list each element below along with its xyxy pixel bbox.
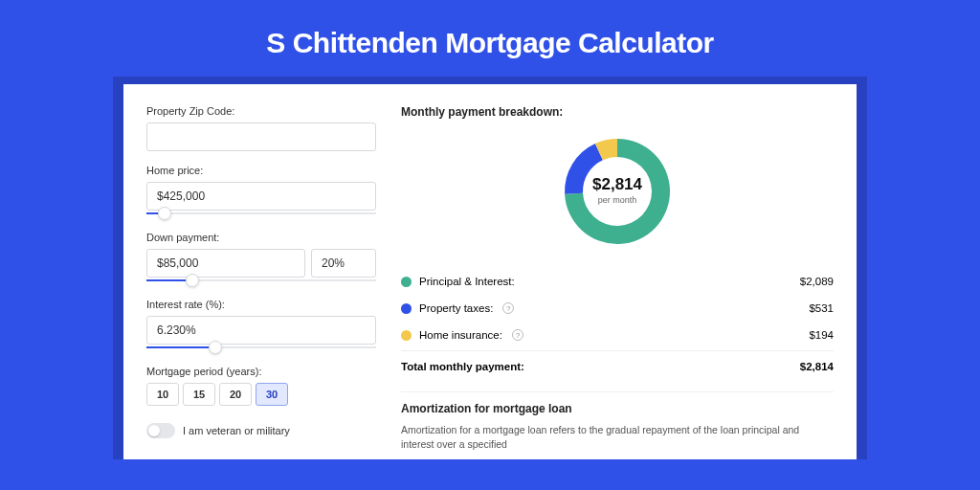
breakdown-label: Principal & Interest: [419, 276, 515, 287]
info-icon[interactable]: ? [512, 329, 523, 341]
down-payment-percent-input[interactable] [311, 249, 376, 278]
breakdown-label: Property taxes: [419, 302, 493, 314]
interest-group: Interest rate (%): [146, 299, 376, 352]
slider-thumb[interactable] [209, 341, 222, 354]
breakdown-row-principal: Principal & Interest: $2,089 [401, 268, 834, 295]
home-price-label: Home price: [146, 165, 376, 176]
slider-thumb[interactable] [186, 274, 199, 287]
breakdown-column: Monthly payment breakdown: $2,814 per mo… [401, 105, 834, 459]
down-payment-amount-input[interactable] [146, 249, 305, 278]
down-payment-group: Down payment: [146, 232, 376, 285]
period-buttons: 10 15 20 30 [146, 383, 376, 406]
breakdown-value: $194 [809, 329, 834, 341]
period-option-20[interactable]: 20 [219, 383, 252, 406]
breakdown-total-value: $2,814 [800, 361, 834, 372]
toggle-knob [148, 425, 160, 436]
legend-dot [401, 330, 412, 341]
breakdown-value: $2,089 [800, 276, 834, 287]
zip-label: Property Zip Code: [146, 105, 376, 117]
home-price-group: Home price: [146, 165, 376, 218]
period-option-30[interactable]: 30 [256, 383, 288, 406]
donut-chart: $2,814 per month [401, 132, 834, 251]
breakdown-row-taxes: Property taxes: ? $531 [401, 295, 834, 322]
donut-svg: $2,814 per month [558, 132, 677, 251]
veteran-label: I am veteran or military [183, 425, 290, 436]
period-option-15[interactable]: 15 [183, 383, 215, 406]
home-price-slider[interactable] [146, 209, 376, 218]
amortization-text: Amortization for a mortgage loan refers … [401, 423, 834, 451]
breakdown-label: Home insurance: [419, 329, 502, 341]
calculator-card: Property Zip Code: Home price: Down paym… [123, 84, 857, 459]
interest-label: Interest rate (%): [146, 299, 376, 310]
interest-slider[interactable] [146, 343, 376, 352]
legend-dot [401, 277, 412, 287]
form-column: Property Zip Code: Home price: Down paym… [146, 105, 376, 459]
zip-input[interactable] [146, 122, 376, 151]
card-shadow: Property Zip Code: Home price: Down paym… [113, 77, 867, 459]
veteran-toggle[interactable] [146, 423, 175, 438]
amortization-title: Amortization for mortgage loan [401, 402, 834, 415]
info-icon[interactable]: ? [502, 302, 514, 314]
period-option-10[interactable]: 10 [146, 383, 179, 406]
legend-dot [401, 303, 412, 314]
veteran-row: I am veteran or military [146, 423, 376, 438]
donut-center-label: per month [598, 195, 637, 205]
zip-group: Property Zip Code: [146, 105, 376, 151]
slider-thumb[interactable] [158, 207, 171, 220]
donut-center-value: $2,814 [592, 175, 643, 193]
home-price-input[interactable] [146, 182, 376, 211]
interest-input[interactable] [146, 316, 376, 345]
period-group: Mortgage period (years): 10 15 20 30 [146, 366, 376, 406]
page-title: S Chittenden Mortgage Calculator [0, 0, 980, 77]
down-payment-label: Down payment: [146, 232, 376, 243]
breakdown-value: $531 [809, 302, 834, 314]
breakdown-title: Monthly payment breakdown: [401, 105, 834, 119]
breakdown-row-total: Total monthly payment: $2,814 [401, 350, 834, 380]
breakdown-row-insurance: Home insurance: ? $194 [401, 322, 834, 348]
down-payment-slider[interactable] [146, 276, 376, 285]
divider [401, 391, 834, 392]
period-label: Mortgage period (years): [146, 366, 376, 377]
breakdown-total-label: Total monthly payment: [401, 361, 524, 372]
